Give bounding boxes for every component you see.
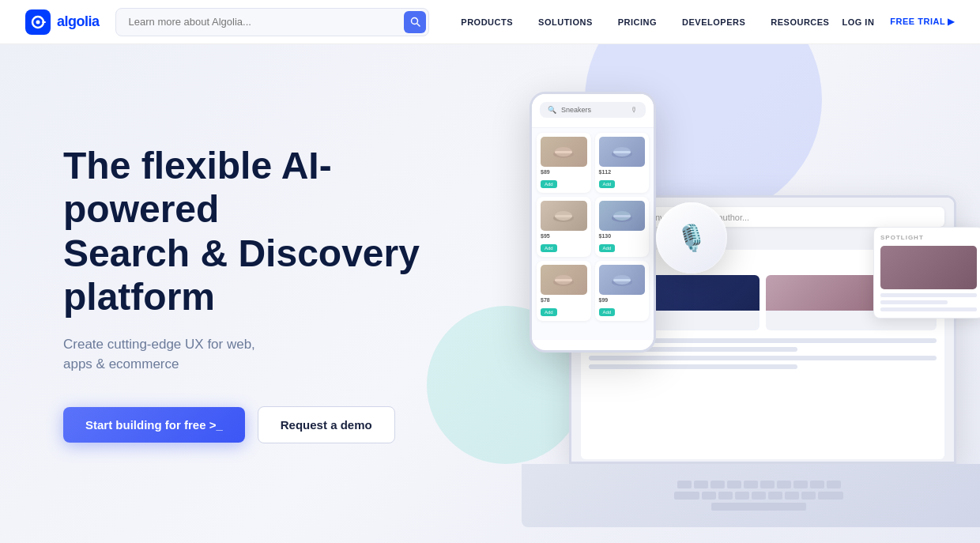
phone-product-card: $112 Add xyxy=(595,133,650,193)
svg-rect-20 xyxy=(555,279,572,281)
key xyxy=(801,492,816,500)
spacebar-key xyxy=(711,503,806,511)
product-price-2: $112 xyxy=(599,169,646,175)
key xyxy=(760,481,775,488)
login-link[interactable]: LOG IN xyxy=(842,17,874,27)
logo-text: algolia xyxy=(57,13,100,30)
svg-rect-17 xyxy=(613,215,631,217)
hero-subtitle: Create cutting-edge UX for web,apps & ec… xyxy=(63,334,458,375)
key xyxy=(777,481,791,488)
spotlight-line-2 xyxy=(880,300,948,304)
pod-case: 🎙️ xyxy=(656,202,727,273)
add-to-cart-1[interactable]: Add xyxy=(541,180,557,188)
hero-buttons: Start building for free >_ Request a dem… xyxy=(63,406,458,443)
phone-product-card: $99 Add xyxy=(595,261,650,321)
nav-developers[interactable]: DEVELOPERS xyxy=(669,17,758,27)
nav-right: LOG IN FREE TRIAL ▶ xyxy=(842,17,955,27)
phone-search-bar: 🔍 Sneakers 🎙 xyxy=(540,102,646,118)
search-icon xyxy=(410,17,420,27)
product-image-6 xyxy=(599,265,646,295)
search-input[interactable] xyxy=(115,8,430,36)
mic-pod-decoration: 🎙️ xyxy=(656,202,727,289)
key xyxy=(727,481,741,488)
spotlight-card: SPOTLIGHT xyxy=(873,227,980,319)
phone-product-card: $130 Add xyxy=(595,197,650,257)
key xyxy=(827,481,841,488)
svg-rect-14 xyxy=(555,215,572,217)
spotlight-label: SPOTLIGHT xyxy=(880,234,977,241)
add-to-cart-3[interactable]: Add xyxy=(541,244,557,252)
svg-rect-8 xyxy=(555,151,572,153)
add-to-cart-5[interactable]: Add xyxy=(541,308,557,316)
nav-products[interactable]: PRODUCTS xyxy=(448,17,526,27)
add-to-cart-6[interactable]: Add xyxy=(599,308,616,316)
free-trial-link[interactable]: FREE TRIAL ▶ xyxy=(890,17,955,27)
key xyxy=(702,492,716,500)
spotlight-text-lines xyxy=(880,293,977,311)
key xyxy=(768,492,782,500)
spotlight-image xyxy=(880,246,977,289)
product-image-5 xyxy=(541,265,587,295)
key xyxy=(718,492,733,500)
add-to-cart-2[interactable]: Add xyxy=(599,180,616,188)
nav-links: PRODUCTS SOLUTIONS PRiCiNG DEVELOPERS RE… xyxy=(448,17,842,27)
logo[interactable]: algolia xyxy=(25,9,100,35)
algolia-logo-icon xyxy=(25,9,51,35)
phone-mockup: 🔍 Sneakers 🎙 $89 Add xyxy=(530,92,656,353)
phone-search-text: Sneakers xyxy=(561,106,591,114)
phone-product-card: $95 Add xyxy=(537,197,591,257)
svg-rect-3 xyxy=(42,21,46,23)
hero-title: The flexible AI-powered Search & Discove… xyxy=(63,144,458,319)
product-price-1: $89 xyxy=(541,169,587,175)
hero-illustration: 🔍 Sneakers 🎙 $89 Add xyxy=(458,44,980,543)
phone-products-row-2: $95 Add $130 Add xyxy=(537,197,649,257)
keyboard-row-1 xyxy=(569,481,948,488)
key xyxy=(793,481,808,488)
laptop-line-3 xyxy=(589,356,937,360)
add-to-cart-4[interactable]: Add xyxy=(599,244,616,252)
key xyxy=(818,492,843,500)
key xyxy=(785,492,799,500)
svg-rect-11 xyxy=(613,151,631,153)
key xyxy=(710,481,725,488)
key xyxy=(735,492,749,500)
key xyxy=(810,481,824,488)
product-price-6: $99 xyxy=(599,297,646,303)
svg-point-4 xyxy=(411,18,417,25)
laptop-keyboard xyxy=(522,464,980,527)
phone-product-card: $78 Add xyxy=(537,261,591,321)
product-image-2 xyxy=(599,137,646,167)
keyboard-rows xyxy=(569,481,948,511)
key xyxy=(744,481,758,488)
phone-mic-icon: 🎙 xyxy=(631,106,638,114)
phone-product-card: $89 Add xyxy=(537,133,591,193)
nav-resources[interactable]: RESOURCES xyxy=(758,17,842,27)
key xyxy=(677,481,692,488)
product-price-4: $130 xyxy=(599,233,646,239)
phone-products-row-1: $89 Add $112 Add xyxy=(537,133,649,193)
key xyxy=(752,492,766,500)
hero-content: The flexible AI-powered Search & Discove… xyxy=(63,144,458,443)
product-price-3: $95 xyxy=(541,233,587,239)
product-image-3 xyxy=(541,201,587,231)
search-button[interactable] xyxy=(404,11,426,33)
hero-section: The flexible AI-powered Search & Discove… xyxy=(0,44,980,543)
key xyxy=(674,492,699,500)
keyboard-row-3 xyxy=(569,503,948,511)
phone-search-icon: 🔍 xyxy=(548,106,556,114)
nav-pricing[interactable]: PRiCiNG xyxy=(605,17,669,27)
phone-body: $89 Add $112 Add xyxy=(532,128,654,340)
spotlight-line-3 xyxy=(880,307,977,311)
search-bar[interactable] xyxy=(115,8,430,36)
product-image-1 xyxy=(541,137,587,167)
microphone-icon: 🎙️ xyxy=(676,223,707,253)
nav-solutions[interactable]: SOLUTIONS xyxy=(526,17,605,27)
navbar: algolia PRODUCTS SOLUTIONS PRiCiNG DEVEL… xyxy=(0,0,980,44)
start-building-button[interactable]: Start building for free >_ xyxy=(63,407,245,443)
spotlight-line-1 xyxy=(880,293,977,297)
request-demo-button[interactable]: Request a demo xyxy=(258,406,395,443)
svg-line-5 xyxy=(417,24,420,26)
svg-rect-23 xyxy=(613,279,631,281)
phone-header: 🔍 Sneakers 🎙 xyxy=(532,94,654,128)
keyboard-row-2 xyxy=(569,492,948,500)
